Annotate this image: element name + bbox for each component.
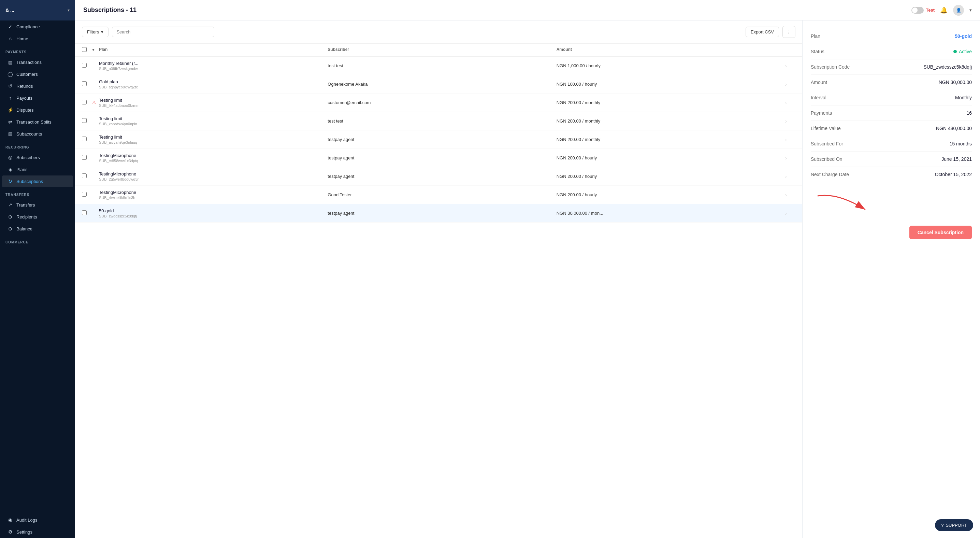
row-checkbox[interactable] [82, 155, 87, 160]
test-mode-toggle[interactable] [912, 7, 924, 14]
sidebar-item-subscriptions[interactable]: ↻ Subscriptions [2, 175, 73, 187]
sidebar-item-customers[interactable]: ◯ Customers [2, 68, 73, 80]
row-chevron-icon[interactable]: › [785, 211, 795, 216]
sidebar-item-recipients[interactable]: ⊙ Recipients [2, 211, 73, 223]
test-toggle-wrap: Test [912, 7, 935, 14]
filter-label: Filters [87, 29, 99, 35]
sidebar-item-label: Customers [16, 72, 38, 77]
table-row[interactable]: TestingMicrophone SUB_rfwxcklik8o1c3b Go… [75, 186, 802, 204]
export-csv-button[interactable]: Export CSV [746, 27, 779, 37]
detail-next-charge-row: Next Charge Date October 15, 2022 [811, 167, 972, 182]
row-chevron-icon[interactable]: › [785, 192, 795, 197]
sidebar-item-transactions[interactable]: ▤ Transactions [2, 56, 73, 68]
row-checkbox[interactable] [82, 210, 87, 215]
row-checkbox[interactable] [82, 192, 87, 197]
compliance-icon: ✓ [8, 24, 13, 29]
table-row[interactable]: Testing limit SUB_xapatsv4pn0npin test t… [75, 112, 802, 131]
row-checkbox[interactable] [82, 173, 87, 178]
test-badge: Test [926, 8, 935, 13]
sidebar-item-audit-logs[interactable]: ◉ Audit Logs [2, 514, 73, 526]
transfers-icon: ↗ [8, 202, 13, 208]
subscriber-name: customer@email.com [328, 100, 556, 105]
row-checkbox[interactable] [82, 118, 87, 123]
row-chevron-icon[interactable]: › [785, 100, 795, 105]
subscriber-name: Oghenekome Akaka [328, 81, 556, 87]
sidebar-item-refunds[interactable]: ↺ Refunds [2, 80, 73, 92]
detail-amount-row: Amount NGN 30,000.00 [811, 75, 972, 90]
table-row[interactable]: Monthly retainer (r... SUB_a09fir7zvskgm… [75, 57, 802, 75]
avatar-chevron-icon[interactable]: ▾ [969, 8, 972, 13]
sidebar-item-settings[interactable]: ⚙ Settings [2, 526, 73, 538]
row-checkbox[interactable] [82, 100, 87, 105]
row-chevron-icon[interactable]: › [785, 174, 795, 179]
sidebar: & ... ▾ ✓ Compliance ⌂ Home PAYMENTS ▤ T… [0, 0, 75, 538]
sidebar-item-label: Plans [16, 167, 28, 172]
more-options-button[interactable]: ⋮ [783, 26, 795, 38]
sidebar-item-compliance[interactable]: ✓ Compliance [2, 21, 73, 32]
active-dot [953, 50, 957, 53]
amount: NGN 30,000.00 / mon... [557, 211, 785, 216]
avatar[interactable]: 👤 [953, 5, 964, 16]
table-row[interactable]: ⚠ Testing limit SUB_lxk4adbaoo0krmm cust… [75, 94, 802, 112]
checkbox-header[interactable] [82, 47, 92, 53]
sidebar-logo[interactable]: & ... ▾ [0, 0, 75, 21]
sidebar-item-transfers[interactable]: ↗ Transfers [2, 199, 73, 211]
sidebar-item-disputes[interactable]: ⚡ Disputes [2, 104, 73, 116]
commerce-section-label: COMMERCE [0, 235, 75, 246]
sidebar-item-label: Transfers [16, 202, 35, 208]
sidebar-item-balance[interactable]: ⊖ Balance [2, 223, 73, 234]
row-checkbox[interactable] [82, 137, 87, 141]
sidebar-item-plans[interactable]: ◈ Plans [2, 164, 73, 175]
amount-label: Amount [811, 80, 827, 85]
table-row[interactable]: 50-gold SUB_zwdcsszc5k8dqfj testpay agen… [75, 204, 802, 223]
recurring-section-label: RECURRING [0, 140, 75, 151]
table-row[interactable]: TestingMicrophone SUB_2g5wertboo0wq3r te… [75, 167, 802, 186]
row-checkbox[interactable] [82, 81, 87, 86]
plan-code: SUB_rv858wrw1x3dptq [99, 159, 328, 163]
subscribed-on-label: Subscribed On [811, 156, 843, 162]
table-row[interactable]: Testing limit SUB_aivyah9qe3nlauq testpa… [75, 131, 802, 149]
payments-value: 16 [966, 110, 972, 116]
sidebar-item-transaction-splits[interactable]: ⇄ Transaction Splits [2, 116, 73, 128]
row-chevron-icon[interactable]: › [785, 137, 795, 142]
search-input[interactable] [112, 27, 214, 37]
row-chevron-icon[interactable]: › [785, 81, 795, 87]
sidebar-chevron-icon[interactable]: ▾ [68, 8, 70, 13]
plan-name: TestingMicrophone [99, 153, 328, 158]
row-chevron-icon[interactable]: › [785, 118, 795, 124]
detail-subscribed-on-row: Subscribed On June 15, 2021 [811, 151, 972, 167]
header: Subscriptions - 11 Test 🔔 👤 ▾ [75, 0, 980, 21]
detail-subscription-code-row: Subscription Code SUB_zwdcsszc5k8dqfj [811, 59, 972, 75]
plan-name: Monthly retainer (r... [99, 61, 328, 66]
amount: NGN 200.00 / monthly [557, 118, 785, 124]
sidebar-item-subscribers[interactable]: ◎ Subscribers [2, 151, 73, 163]
sidebar-item-label: Subscriptions [16, 179, 43, 184]
row-chevron-icon[interactable]: › [785, 155, 795, 161]
content: Filters ▾ Export CSV ⋮ ● Plan Subscriber… [75, 21, 980, 538]
sidebar-item-label: Subscribers [16, 155, 40, 160]
plan-code: SUB_lxk4adbaoo0krmm [99, 103, 328, 108]
sidebar-section-payments: PAYMENTS ▤ Transactions ◯ Customers ↺ Re… [0, 45, 75, 140]
notifications-icon[interactable]: 🔔 [940, 6, 948, 14]
detail-payments-row: Payments 16 [811, 105, 972, 121]
filter-button[interactable]: Filters ▾ [82, 27, 108, 37]
detail-plan-row: Plan 50-gold [811, 29, 972, 44]
amount: NGN 200.00 / hourly [557, 155, 785, 161]
sidebar-item-label: Payouts [16, 96, 32, 101]
sidebar-item-payouts[interactable]: ↑ Payouts [2, 92, 73, 104]
plan-name: Testing limit [99, 98, 328, 103]
sidebar-item-subaccounts[interactable]: ▤ Subaccounts [2, 128, 73, 140]
detail-status-row: Status Active [811, 44, 972, 59]
table-row[interactable]: TestingMicrophone SUB_rv858wrw1x3dptq te… [75, 149, 802, 167]
cancel-subscription-button[interactable]: Cancel Subscription [909, 226, 972, 239]
amount: NGN 100.00 / hourly [557, 81, 785, 87]
subscriber-name: test test [328, 118, 556, 124]
row-checkbox[interactable] [82, 63, 87, 68]
support-button[interactable]: ? SUPPORT [935, 519, 973, 531]
row-chevron-icon[interactable]: › [785, 63, 795, 68]
detail-lifetime-value-row: Lifetime Value NGN 480,000.00 [811, 121, 972, 136]
sidebar-item-home[interactable]: ⌂ Home [2, 33, 73, 45]
amount-value: NGN 30,000.00 [939, 80, 972, 85]
table-panel: Filters ▾ Export CSV ⋮ ● Plan Subscriber… [75, 21, 803, 538]
table-row[interactable]: Gold plan SUB_sqhpycb8xhvq2tx Oghenekome… [75, 75, 802, 94]
